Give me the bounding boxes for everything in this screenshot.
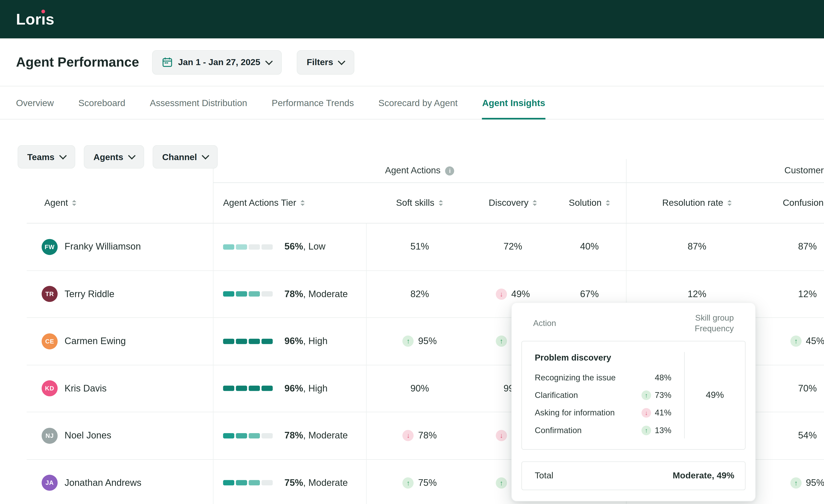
soft-skills-value: 82% bbox=[410, 288, 429, 299]
trend-icon bbox=[496, 430, 507, 441]
column-header-solution[interactable]: Solution bbox=[553, 183, 626, 223]
table-filters: Teams Agents Channel bbox=[17, 145, 218, 169]
tier-bar bbox=[223, 291, 273, 297]
chevron-down-icon bbox=[338, 57, 345, 65]
sort-icon[interactable] bbox=[727, 200, 732, 206]
app-window: Lorıs Agent Performance Jan 1 - Jan 27, … bbox=[0, 0, 824, 504]
skill-breakdown-panel: Problem discovery Recognizing the issue … bbox=[521, 341, 745, 450]
trend-icon bbox=[641, 391, 651, 400]
agent-name: Carmen Ewing bbox=[65, 336, 126, 347]
column-header-row: Agent Agent Actions Tier Soft skills Dis… bbox=[27, 183, 824, 224]
table-row[interactable]: FW Franky Williamson 56%, Low 51% 72% 40… bbox=[27, 224, 824, 271]
column-label: Confusion bbox=[783, 198, 824, 208]
column-header-agent[interactable]: Agent bbox=[27, 183, 213, 223]
filters-label: Filters bbox=[307, 57, 333, 67]
confusion-value: 87% bbox=[798, 241, 817, 252]
tooltip-frequency-header: Skill group Frequency bbox=[695, 312, 734, 334]
tier-label: 96%, High bbox=[285, 383, 328, 394]
tier-label: 96%, High bbox=[285, 336, 328, 347]
trend-icon bbox=[496, 477, 507, 488]
agents-filter-button[interactable]: Agents bbox=[84, 145, 144, 169]
column-label: Soft skills bbox=[396, 198, 434, 208]
customer-reactions-group-label: Customer reactions bbox=[785, 165, 824, 176]
discovery-value: 72% bbox=[503, 241, 522, 252]
group-header-customer-reactions: Customer reactions bbox=[626, 159, 824, 183]
soft-skills-value: 51% bbox=[410, 241, 429, 252]
sort-icon[interactable] bbox=[439, 200, 443, 206]
agent-name: Kris Davis bbox=[65, 383, 107, 394]
skill-list: Problem discovery Recognizing the issue … bbox=[522, 351, 684, 439]
trend-icon bbox=[641, 408, 651, 418]
tab-bar: Overview Scoreboard Assessment Distribut… bbox=[0, 87, 824, 120]
agent-name: Terry Riddle bbox=[65, 288, 114, 299]
tooltip-total-row: Total Moderate, 49% bbox=[521, 461, 745, 490]
column-label: Solution bbox=[569, 198, 602, 208]
trend-icon bbox=[791, 477, 802, 488]
loris-logo: Lorıs bbox=[16, 10, 55, 28]
agent-actions-group-label: Agent Actions bbox=[385, 165, 441, 176]
trend-icon bbox=[641, 426, 651, 435]
column-label: Agent bbox=[44, 198, 68, 208]
tab-scoreboard[interactable]: Scoreboard bbox=[78, 98, 125, 119]
solution-value: 40% bbox=[580, 241, 599, 252]
skill-group-frequency: 49% bbox=[685, 351, 745, 439]
channel-filter-button[interactable]: Channel bbox=[153, 145, 218, 169]
agents-filter-label: Agents bbox=[93, 152, 123, 162]
sort-icon[interactable] bbox=[606, 200, 610, 206]
trend-icon bbox=[496, 336, 507, 347]
tier-label: 75%, Moderate bbox=[285, 477, 348, 488]
teams-filter-button[interactable]: Teams bbox=[17, 145, 75, 169]
top-navigation-bar: Lorıs bbox=[0, 0, 824, 38]
chevron-down-icon bbox=[59, 152, 67, 159]
confusion-value: 12% bbox=[798, 288, 817, 299]
chevron-down-icon bbox=[265, 57, 273, 65]
column-header-soft-skills[interactable]: Soft skills bbox=[366, 183, 473, 223]
channel-filter-label: Channel bbox=[162, 152, 197, 162]
app-viewport: Lorıs Agent Performance Jan 1 - Jan 27, … bbox=[0, 0, 824, 504]
tier-bar bbox=[223, 339, 273, 344]
column-header-agent-actions-tier[interactable]: Agent Actions Tier bbox=[213, 183, 366, 223]
tab-overview[interactable]: Overview bbox=[16, 98, 54, 119]
column-label: Resolution rate bbox=[662, 198, 723, 208]
chevron-down-icon bbox=[202, 152, 209, 159]
trend-icon bbox=[403, 430, 414, 441]
tab-assessment-distribution[interactable]: Assessment Distribution bbox=[150, 98, 247, 119]
tab-agent-insights[interactable]: Agent Insights bbox=[482, 98, 545, 120]
chevron-down-icon bbox=[128, 152, 135, 159]
tier-bar bbox=[223, 433, 273, 438]
sort-icon[interactable] bbox=[72, 200, 77, 206]
confusion-value: 95% bbox=[806, 477, 824, 488]
soft-skills-value: 75% bbox=[418, 477, 437, 488]
soft-skills-value: 90% bbox=[410, 383, 429, 394]
tab-scorecard-by-agent[interactable]: Scorecard by Agent bbox=[379, 98, 458, 119]
agent-name: Jonathan Andrews bbox=[65, 477, 141, 488]
info-icon[interactable] bbox=[445, 166, 454, 175]
calendar-icon bbox=[162, 57, 172, 67]
agent-name: Noel Jones bbox=[65, 430, 111, 441]
tier-bar bbox=[223, 480, 273, 485]
trend-icon bbox=[403, 477, 414, 488]
avatar: JA bbox=[42, 475, 58, 491]
filters-button[interactable]: Filters bbox=[297, 50, 354, 75]
discovery-value: 49% bbox=[511, 288, 530, 299]
avatar: CE bbox=[42, 333, 58, 349]
sort-icon[interactable] bbox=[301, 200, 305, 206]
tier-bar bbox=[223, 244, 273, 250]
trend-icon bbox=[791, 336, 802, 347]
skill-group-title: Problem discovery bbox=[535, 351, 672, 365]
skill-item: Clarification 73% bbox=[535, 387, 672, 404]
column-header-confusion[interactable]: Confusion bbox=[767, 183, 824, 223]
resolution-rate-value: 12% bbox=[688, 288, 707, 299]
tab-performance-trends[interactable]: Performance Trends bbox=[272, 98, 354, 119]
tier-label: 78%, Moderate bbox=[285, 288, 348, 299]
total-value: Moderate, 49% bbox=[673, 471, 734, 481]
avatar: KD bbox=[42, 380, 58, 396]
date-range-label: Jan 1 - Jan 27, 2025 bbox=[178, 57, 261, 67]
sort-icon[interactable] bbox=[533, 200, 537, 206]
column-label: Discovery bbox=[489, 198, 528, 208]
date-range-picker[interactable]: Jan 1 - Jan 27, 2025 bbox=[152, 50, 282, 75]
tier-label: 78%, Moderate bbox=[285, 430, 348, 441]
agent-name: Franky Williamson bbox=[65, 241, 141, 252]
column-header-discovery[interactable]: Discovery bbox=[473, 183, 553, 223]
column-header-resolution-rate[interactable]: Resolution rate bbox=[626, 183, 767, 223]
